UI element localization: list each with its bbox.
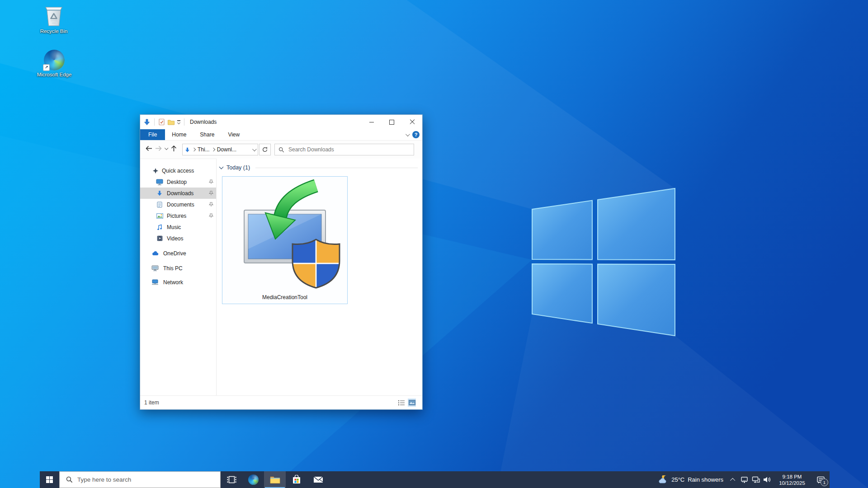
large-icons-view-button[interactable] bbox=[408, 399, 416, 407]
close-button[interactable] bbox=[402, 115, 422, 129]
refresh-button[interactable] bbox=[259, 144, 271, 155]
desktop-icon-recycle-bin[interactable]: Recycle Bin bbox=[32, 5, 75, 34]
breadcrumb-downloads[interactable]: Downl... bbox=[217, 146, 236, 153]
pin-icon bbox=[209, 202, 213, 208]
pictures-icon bbox=[156, 212, 163, 220]
new-folder-icon[interactable] bbox=[167, 119, 175, 126]
item-count: 1 item bbox=[144, 399, 159, 406]
minimize-button[interactable] bbox=[361, 115, 382, 129]
desktop: Recycle Bin ↗ Microsoft Edge bbox=[0, 0, 868, 488]
weather-condition: Rain showers bbox=[688, 476, 723, 483]
explorer-search-input[interactable] bbox=[288, 146, 393, 153]
recent-locations-icon[interactable] bbox=[163, 147, 169, 150]
action-center-button[interactable]: 1 bbox=[811, 471, 830, 488]
quick-access-toolbar: Downloads bbox=[143, 118, 217, 126]
sidebar-item-pictures[interactable]: Pictures bbox=[140, 210, 216, 221]
desktop-icon-label: Microsoft Edge bbox=[33, 72, 76, 78]
recycle-bin-icon bbox=[32, 5, 75, 27]
sidebar-item-documents[interactable]: Documents bbox=[140, 199, 216, 210]
file-explorer-icon bbox=[270, 475, 280, 484]
taskbar: 25°C Rain showers 9:18 PM 10/12/2025 bbox=[40, 471, 830, 488]
tab-view[interactable]: View bbox=[221, 129, 246, 140]
breadcrumb-this-pc[interactable]: Thi... bbox=[198, 146, 210, 153]
wallpaper bbox=[0, 0, 868, 488]
clock-time: 9:18 PM bbox=[775, 474, 809, 480]
maximize-button[interactable] bbox=[382, 115, 402, 129]
onedrive-cloud-icon bbox=[151, 250, 159, 257]
separator bbox=[184, 118, 184, 126]
help-icon[interactable]: ? bbox=[412, 131, 420, 138]
up-button[interactable] bbox=[169, 145, 178, 152]
desktop-icon-label: Recycle Bin bbox=[32, 28, 75, 34]
sidebar-item-desktop[interactable]: Desktop bbox=[140, 176, 216, 188]
sidebar-item-music[interactable]: Music bbox=[140, 221, 216, 233]
music-icon bbox=[156, 224, 163, 231]
back-button[interactable] bbox=[144, 145, 153, 152]
file-tile-mediacreationtool[interactable]: MediaCreationTool bbox=[222, 176, 348, 304]
videos-icon bbox=[156, 235, 163, 242]
notification-badge: 1 bbox=[821, 479, 828, 486]
clock-date: 10/12/2025 bbox=[775, 480, 809, 486]
tab-file[interactable]: File bbox=[140, 129, 165, 140]
taskbar-search-input[interactable] bbox=[76, 476, 196, 483]
tab-share[interactable]: Share bbox=[193, 129, 221, 140]
sidebar-item-downloads[interactable]: Downloads bbox=[140, 188, 216, 199]
taskbar-store-button[interactable] bbox=[286, 471, 307, 488]
this-pc-icon bbox=[151, 265, 159, 272]
ribbon-tabs: File Home Share View ? bbox=[140, 129, 422, 141]
tray-cast-icon[interactable] bbox=[739, 471, 750, 488]
sidebar-item-onedrive[interactable]: OneDrive bbox=[140, 248, 216, 259]
separator bbox=[154, 118, 155, 126]
collapse-group-icon[interactable] bbox=[219, 165, 224, 169]
mail-icon bbox=[313, 476, 323, 483]
pin-icon bbox=[209, 213, 213, 220]
qat-customize-icon[interactable] bbox=[177, 120, 180, 123]
address-bar[interactable]: Thi... Downl... bbox=[182, 144, 258, 155]
task-view-button[interactable] bbox=[221, 471, 242, 488]
file-name-label: MediaCreationTool bbox=[222, 294, 347, 300]
taskbar-clock[interactable]: 9:18 PM 10/12/2025 bbox=[775, 474, 809, 486]
address-location-icon bbox=[184, 147, 190, 153]
taskbar-edge-button[interactable] bbox=[242, 471, 264, 488]
breadcrumb-separator-icon bbox=[211, 148, 215, 151]
tray-network-icon[interactable] bbox=[750, 471, 761, 488]
tray-volume-icon[interactable] bbox=[761, 471, 773, 488]
taskbar-search[interactable] bbox=[59, 471, 221, 488]
navigation-toolbar: Thi... Downl... bbox=[140, 141, 422, 159]
details-view-button[interactable] bbox=[397, 399, 406, 407]
close-icon bbox=[410, 119, 415, 125]
sidebar-item-videos[interactable]: Videos bbox=[140, 233, 216, 244]
file-explorer-window: Downloads File Home Share View ? bbox=[140, 114, 423, 410]
forward-button[interactable] bbox=[154, 145, 162, 152]
sidebar-item-quick-access[interactable]: Quick access bbox=[140, 165, 216, 176]
tab-home[interactable]: Home bbox=[165, 129, 193, 140]
weather-widget[interactable]: 25°C Rain showers bbox=[653, 475, 727, 484]
desktop-icon-microsoft-edge[interactable]: ↗ Microsoft Edge bbox=[33, 50, 76, 78]
documents-icon bbox=[156, 201, 163, 208]
tray-show-hidden-icons-button[interactable] bbox=[727, 471, 739, 488]
explorer-search[interactable] bbox=[274, 144, 414, 155]
properties-icon[interactable] bbox=[158, 118, 165, 126]
chevron-up-icon bbox=[730, 478, 735, 483]
expand-ribbon-icon[interactable] bbox=[406, 132, 410, 136]
sidebar-item-network[interactable]: Network bbox=[140, 277, 216, 288]
minimize-icon bbox=[369, 122, 374, 122]
quick-access-star-icon bbox=[152, 167, 159, 174]
network-icon bbox=[151, 279, 159, 286]
address-dropdown-icon[interactable] bbox=[252, 147, 257, 151]
mediacreationtool-icon bbox=[222, 177, 347, 289]
navigation-pane: Quick access Desktop Downloads bbox=[140, 159, 217, 396]
file-list-area: Today (1) bbox=[217, 159, 422, 396]
breadcrumb-separator-icon bbox=[192, 148, 196, 151]
start-button[interactable] bbox=[40, 471, 59, 488]
sidebar-item-this-pc[interactable]: This PC bbox=[140, 263, 216, 274]
search-icon bbox=[66, 476, 73, 483]
downloads-icon bbox=[156, 190, 163, 197]
pin-icon bbox=[209, 191, 213, 197]
downloads-window-icon bbox=[143, 118, 151, 126]
taskbar-file-explorer-button[interactable] bbox=[264, 471, 286, 488]
taskbar-mail-button[interactable] bbox=[307, 471, 329, 488]
edge-icon: ↗ bbox=[44, 50, 65, 70]
shortcut-arrow-icon: ↗ bbox=[43, 64, 50, 71]
title-bar: Downloads bbox=[140, 115, 422, 129]
